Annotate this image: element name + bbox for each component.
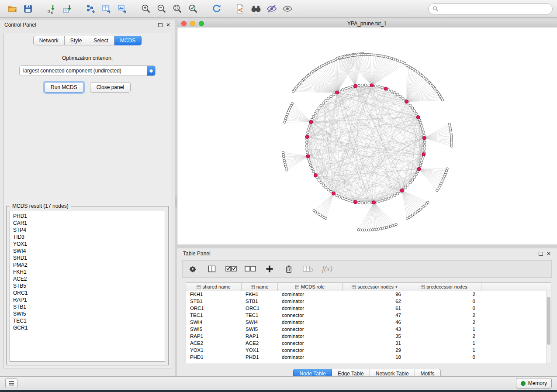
table-row[interactable]: ACE2ACE2connector311 — [186, 340, 546, 347]
graph-node[interactable] — [327, 189, 330, 191]
graph-node[interactable] — [419, 164, 422, 167]
graph-node[interactable] — [342, 197, 344, 199]
graph-node[interactable] — [411, 179, 414, 182]
cell-shared-name[interactable]: SWI5 — [186, 327, 242, 332]
graph-node[interactable] — [320, 104, 322, 107]
horizontal-splitter[interactable] — [177, 244, 557, 248]
cell-shared-name[interactable]: ORC1 — [186, 306, 242, 311]
apply-layout-button[interactable] — [209, 2, 225, 16]
mcds-result-item[interactable]: GCR1 — [10, 324, 165, 331]
cell-mcds-role[interactable]: dominator — [278, 299, 343, 304]
graph-node[interactable] — [318, 179, 320, 182]
show-details-button[interactable] — [280, 2, 295, 16]
dominator-node[interactable] — [370, 84, 374, 87]
cell-predecessor-nodes[interactable]: 0 — [407, 354, 481, 360]
graph-node[interactable] — [348, 86, 350, 89]
column-menu-arrow-icon[interactable]: ▾ — [395, 285, 398, 289]
mcds-result-item[interactable]: STP4 — [10, 227, 165, 234]
cell-successor-nodes[interactable]: 29 — [343, 347, 407, 353]
graph-node[interactable] — [381, 199, 384, 202]
graph-node[interactable] — [308, 161, 311, 164]
graph-node[interactable] — [393, 194, 396, 197]
first-neighbors-button[interactable] — [248, 2, 264, 16]
graph-node[interactable] — [393, 92, 396, 94]
dominator-node[interactable] — [422, 152, 426, 156]
graph-node[interactable] — [364, 202, 367, 204]
graph-node[interactable] — [396, 93, 399, 96]
scrollbar-thumb[interactable] — [547, 297, 550, 345]
column-header-successor-nodes[interactable]: successor nodes▾ — [343, 283, 407, 291]
memory-button[interactable]: Memory — [516, 378, 552, 389]
cell-mcds-role[interactable]: connector — [278, 313, 343, 318]
graph-node[interactable] — [420, 124, 423, 127]
graph-node[interactable] — [312, 115, 315, 118]
cell-mcds-role[interactable]: connector — [278, 347, 343, 353]
mcds-result-item[interactable]: SWI5 — [10, 310, 165, 317]
hide-details-button[interactable] — [264, 2, 280, 16]
table-row[interactable]: RAP1RAP1dominator352 — [186, 333, 546, 340]
cell-predecessor-nodes[interactable]: 2 — [407, 292, 481, 297]
export-table-button[interactable] — [99, 2, 114, 16]
graph-node[interactable] — [305, 144, 308, 147]
cell-predecessor-nodes[interactable]: 1 — [407, 347, 481, 353]
graph-node[interactable] — [419, 121, 422, 124]
import-table-button[interactable] — [59, 2, 75, 16]
function-builder-button[interactable]: f(x) — [321, 262, 334, 275]
cell-successor-nodes[interactable]: 96 — [343, 292, 407, 297]
column-header-mcds-role[interactable]: MCDS role — [278, 283, 343, 291]
graph-node[interactable] — [345, 87, 347, 90]
cell-successor-nodes[interactable]: 31 — [343, 340, 407, 346]
search-input[interactable] — [441, 5, 548, 12]
open-session-button[interactable] — [4, 2, 20, 16]
mcds-result-item[interactable]: YOX1 — [10, 241, 165, 248]
mcds-result-item[interactable]: ORC1 — [10, 289, 165, 296]
mcds-result-item[interactable]: FKH1 — [10, 268, 165, 275]
cell-predecessor-nodes[interactable]: 2 — [407, 320, 481, 325]
cell-shared-name[interactable]: ACE2 — [186, 340, 242, 346]
graph-node[interactable] — [308, 128, 310, 131]
graph-node[interactable] — [351, 86, 354, 88]
leaf-node[interactable] — [404, 62, 406, 65]
dominator-node[interactable] — [417, 167, 421, 171]
cell-name[interactable]: PHD1 — [242, 354, 278, 360]
dominator-node[interactable] — [336, 91, 339, 94]
cell-name[interactable]: TEC1 — [242, 313, 278, 318]
cell-mcds-role[interactable]: dominator — [278, 306, 343, 311]
close-panel-icon[interactable]: ✕ — [166, 23, 170, 27]
cell-successor-nodes[interactable]: 62 — [343, 299, 407, 304]
export-network-button[interactable] — [83, 2, 99, 16]
dominator-node[interactable] — [416, 116, 420, 119]
tab-style[interactable]: Style — [65, 36, 88, 45]
tab-network[interactable]: Network — [33, 36, 65, 45]
import-network-button[interactable] — [44, 2, 59, 16]
dominator-node[interactable] — [354, 84, 357, 88]
clone-network-button[interactable] — [232, 2, 248, 16]
dominator-node[interactable] — [314, 174, 318, 177]
cell-name[interactable]: ACE2 — [242, 340, 278, 346]
cell-mcds-role[interactable]: dominator — [278, 334, 343, 339]
graph-node[interactable] — [358, 201, 360, 204]
graph-node[interactable] — [387, 197, 390, 199]
table-row[interactable]: FKH1FKH1dominator962 — [186, 291, 546, 298]
mcds-result-item[interactable]: STB5 — [10, 282, 165, 289]
graph-node[interactable] — [307, 131, 309, 134]
graph-node[interactable] — [413, 110, 416, 112]
cell-name[interactable]: FKH1 — [242, 292, 278, 297]
graph-node[interactable] — [320, 182, 322, 184]
cell-successor-nodes[interactable]: 18 — [343, 354, 407, 360]
mcds-result-item[interactable]: STB1 — [10, 303, 165, 310]
leaf-node[interactable] — [313, 210, 315, 212]
dominator-node[interactable] — [384, 87, 387, 90]
graph-node[interactable] — [308, 124, 311, 127]
graph-node[interactable] — [311, 167, 313, 170]
graph-node[interactable] — [422, 128, 424, 131]
cell-predecessor-nodes[interactable]: 1 — [407, 327, 481, 332]
cell-shared-name[interactable]: SWI4 — [186, 320, 242, 325]
graph-node[interactable] — [361, 84, 363, 86]
graph-node[interactable] — [423, 141, 426, 144]
graph-node[interactable] — [415, 173, 418, 176]
dominator-node[interactable] — [400, 189, 404, 192]
graph-node[interactable] — [411, 107, 414, 110]
delete-column-button[interactable] — [282, 262, 295, 275]
dominator-node[interactable] — [305, 135, 309, 139]
